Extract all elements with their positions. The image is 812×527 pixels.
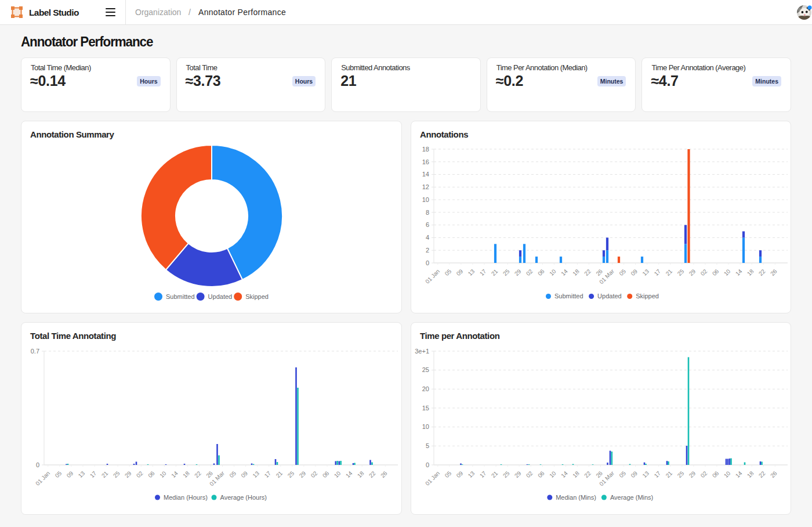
svg-text:Median (Mins): Median (Mins): [556, 494, 596, 501]
svg-text:0: 0: [426, 461, 429, 468]
svg-text:05: 05: [444, 268, 453, 277]
svg-text:21: 21: [490, 268, 499, 277]
svg-text:02: 02: [310, 470, 319, 479]
svg-text:25: 25: [422, 366, 429, 373]
svg-text:14: 14: [734, 268, 744, 277]
svg-text:29: 29: [513, 470, 523, 479]
svg-text:06: 06: [711, 470, 720, 479]
svg-text:02: 02: [135, 470, 144, 479]
svg-text:3e+1: 3e+1: [415, 348, 429, 355]
svg-text:22: 22: [757, 268, 767, 277]
svg-text:21: 21: [665, 470, 674, 479]
svg-text:21: 21: [100, 470, 110, 479]
svg-text:01 Jan: 01 Jan: [34, 470, 51, 487]
svg-text:0.7: 0.7: [31, 348, 39, 355]
svg-text:09: 09: [455, 470, 465, 479]
svg-text:29: 29: [513, 268, 523, 277]
svg-text:09: 09: [629, 470, 639, 479]
svg-text:Median (Hours): Median (Hours): [164, 494, 208, 501]
svg-text:02: 02: [699, 470, 709, 479]
svg-text:01 Jan: 01 Jan: [424, 470, 441, 487]
svg-text:Submitted: Submitted: [166, 293, 195, 300]
svg-text:17: 17: [653, 268, 662, 277]
svg-text:0: 0: [426, 259, 429, 266]
svg-text:22: 22: [368, 470, 377, 479]
svg-text:Average (Hours): Average (Hours): [220, 494, 267, 501]
svg-text:14: 14: [345, 470, 354, 479]
svg-text:0: 0: [36, 461, 39, 468]
svg-text:13: 13: [641, 470, 650, 479]
svg-text:10: 10: [548, 470, 557, 479]
svg-text:25: 25: [502, 268, 511, 277]
svg-text:4: 4: [426, 234, 429, 241]
svg-text:25: 25: [676, 470, 686, 479]
svg-text:15: 15: [422, 405, 429, 412]
svg-text:26: 26: [769, 268, 778, 277]
svg-text:06: 06: [536, 268, 546, 277]
svg-text:06: 06: [321, 470, 331, 479]
svg-text:21: 21: [665, 268, 674, 277]
svg-text:20: 20: [422, 385, 429, 392]
svg-text:10: 10: [422, 423, 429, 430]
svg-text:2: 2: [426, 247, 429, 254]
svg-text:18: 18: [422, 146, 429, 153]
svg-text:29: 29: [298, 470, 307, 479]
svg-text:17: 17: [89, 470, 98, 479]
svg-text:13: 13: [467, 470, 476, 479]
svg-text:17: 17: [478, 470, 488, 479]
svg-text:Skipped: Skipped: [636, 293, 659, 299]
svg-text:25: 25: [502, 470, 511, 479]
svg-text:14: 14: [422, 171, 429, 178]
svg-text:6: 6: [426, 221, 429, 228]
svg-text:14: 14: [560, 268, 569, 277]
svg-text:29: 29: [688, 268, 697, 277]
svg-text:05: 05: [444, 470, 453, 479]
svg-text:12: 12: [422, 183, 429, 190]
svg-text:13: 13: [251, 470, 260, 479]
svg-text:21: 21: [490, 470, 499, 479]
svg-text:16: 16: [422, 158, 429, 165]
svg-text:06: 06: [147, 470, 156, 479]
svg-text:02: 02: [525, 470, 534, 479]
svg-text:18: 18: [182, 470, 191, 479]
svg-text:18: 18: [571, 470, 581, 479]
svg-text:13: 13: [641, 268, 650, 277]
svg-text:5: 5: [426, 442, 429, 449]
svg-text:09: 09: [240, 470, 249, 479]
svg-text:Skipped: Skipped: [245, 293, 269, 300]
svg-text:09: 09: [629, 268, 639, 277]
svg-text:02: 02: [525, 268, 534, 277]
svg-text:05: 05: [228, 470, 237, 479]
svg-text:02: 02: [699, 268, 709, 277]
svg-text:22: 22: [583, 470, 592, 479]
svg-text:18: 18: [746, 268, 755, 277]
svg-text:13: 13: [467, 268, 476, 277]
svg-text:25: 25: [676, 268, 686, 277]
svg-text:29: 29: [124, 470, 133, 479]
svg-text:Updated: Updated: [597, 293, 622, 299]
svg-text:09: 09: [66, 470, 75, 479]
svg-text:29: 29: [688, 470, 697, 479]
svg-text:25: 25: [287, 470, 296, 479]
svg-text:05: 05: [54, 470, 63, 479]
svg-text:22: 22: [193, 470, 202, 479]
svg-text:25: 25: [112, 470, 121, 479]
svg-text:22: 22: [583, 268, 592, 277]
svg-text:14: 14: [734, 470, 744, 479]
svg-text:17: 17: [653, 470, 662, 479]
svg-text:14: 14: [170, 470, 179, 479]
svg-text:10: 10: [723, 470, 732, 479]
svg-text:10: 10: [158, 470, 168, 479]
svg-text:26: 26: [379, 470, 389, 479]
svg-text:05: 05: [618, 470, 627, 479]
svg-text:18: 18: [571, 268, 581, 277]
svg-text:09: 09: [455, 268, 465, 277]
svg-text:10: 10: [422, 196, 429, 203]
svg-text:06: 06: [711, 268, 720, 277]
svg-text:18: 18: [746, 470, 755, 479]
svg-text:Submitted: Submitted: [554, 293, 583, 299]
svg-text:13: 13: [77, 470, 86, 479]
svg-text:06: 06: [536, 470, 546, 479]
svg-text:17: 17: [478, 268, 488, 277]
svg-text:Average (Mins): Average (Mins): [610, 494, 653, 501]
